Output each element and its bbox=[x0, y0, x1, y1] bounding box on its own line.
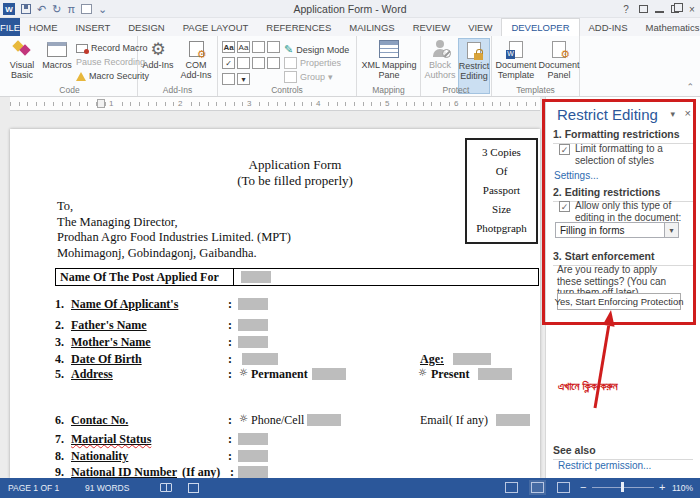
present-label: Present bbox=[431, 367, 469, 382]
form-field[interactable] bbox=[496, 414, 530, 426]
indent-marker[interactable] bbox=[97, 99, 105, 108]
web-layout-icon[interactable] bbox=[557, 482, 570, 493]
group-label-add-ins: Add-Ins bbox=[138, 85, 217, 95]
document-panel-button[interactable]: ⚙ Document Panel bbox=[539, 38, 579, 81]
pause-recording-button: Pause Recording bbox=[76, 57, 145, 67]
ruler-mark-2: 2 bbox=[176, 99, 184, 108]
document-title-line2: (To be filled properly) bbox=[100, 173, 490, 189]
ruler-mark-1: 1 bbox=[107, 99, 115, 108]
form-row-4: 4. Date Of Birth : Age: bbox=[10, 352, 540, 367]
document-title: Application Form (To be filled properly) bbox=[100, 157, 490, 189]
tab-developer[interactable]: DEVELOPER bbox=[501, 18, 579, 36]
word-count[interactable]: 91 WORDS bbox=[85, 483, 129, 493]
form-field[interactable] bbox=[238, 433, 268, 445]
tab-home[interactable]: HOME bbox=[20, 18, 67, 36]
ribbon-display-options-icon[interactable] bbox=[639, 5, 648, 13]
close-icon[interactable]: × bbox=[686, 4, 698, 15]
form-row-2: 2. Father's Name : bbox=[10, 318, 540, 333]
add-ins-button[interactable]: ⚙ Add-Ins bbox=[141, 38, 175, 70]
group-protect: Block Authors Restrict Editing Protect bbox=[421, 36, 492, 96]
form-field[interactable] bbox=[307, 414, 341, 426]
form-field[interactable] bbox=[238, 336, 268, 348]
form-field[interactable] bbox=[312, 368, 346, 380]
minimize-icon[interactable] bbox=[655, 11, 664, 13]
editing-type-dropdown[interactable]: Filling in forms ▾ bbox=[555, 222, 679, 238]
annotation-text: এখানে ক্লিক করুন bbox=[558, 380, 618, 393]
start-enforcing-button[interactable]: Yes, Start Enforcing Protection bbox=[557, 293, 681, 310]
form-field[interactable] bbox=[453, 353, 491, 365]
zoom-out-icon[interactable]: − bbox=[580, 481, 586, 493]
tab-add-ins[interactable]: ADD-INS bbox=[580, 18, 637, 36]
group-label-protect: Protect bbox=[421, 85, 491, 95]
document-template-icon: W bbox=[509, 41, 523, 58]
pane-title: Restrict Editing bbox=[557, 106, 658, 123]
tab-page-layout[interactable]: PAGE LAYOUT bbox=[174, 18, 258, 36]
design-mode-button[interactable]: ✎ Design Mode bbox=[284, 43, 349, 56]
form-field[interactable] bbox=[241, 271, 271, 283]
record-macro-button[interactable]: Record Macro bbox=[76, 43, 148, 53]
macro-recording-icon[interactable] bbox=[188, 483, 199, 493]
zoom-in-icon[interactable]: + bbox=[659, 481, 665, 493]
tab-design[interactable]: DESIGN bbox=[119, 18, 173, 36]
collapse-ribbon-icon[interactable]: ⌃ bbox=[686, 82, 694, 92]
document-template-button[interactable]: W Document Template bbox=[494, 38, 538, 81]
picture-control-icon[interactable] bbox=[252, 41, 265, 53]
document-page[interactable]: Application Form (To be filled properly)… bbox=[10, 129, 540, 478]
rich-text-control-icon[interactable]: Aa bbox=[222, 41, 235, 53]
checkbox-control-icon[interactable]: ✓ bbox=[222, 57, 235, 69]
date-picker-control-icon[interactable] bbox=[267, 57, 280, 69]
dropdown-arrow-icon[interactable]: ▾ bbox=[664, 223, 678, 237]
form-field[interactable] bbox=[478, 368, 512, 380]
com-add-ins-button[interactable]: ⚙ COM Add-Ins bbox=[178, 38, 214, 81]
xml-mapping-pane-button[interactable]: XML Mapping Pane bbox=[361, 38, 417, 81]
pane-close-icon[interactable]: × bbox=[685, 107, 691, 119]
zoom-slider-handle[interactable] bbox=[621, 482, 624, 492]
form-row-9: 9. National ID Number (If any) : bbox=[10, 465, 540, 478]
phone-cell-label: Phone/Cell bbox=[251, 413, 304, 428]
restrict-editing-pane: Restrict Editing ▾ × 1. Formatting restr… bbox=[545, 97, 700, 478]
tab-references[interactable]: REFERENCES bbox=[257, 18, 340, 36]
repeating-section-control-icon[interactable] bbox=[222, 73, 235, 85]
visual-basic-button[interactable]: Visual Basic bbox=[4, 38, 40, 81]
tab-mathematics[interactable]: Mathematics bbox=[637, 18, 700, 36]
read-mode-icon[interactable] bbox=[505, 482, 518, 493]
tab-mailings[interactable]: MAILINGS bbox=[340, 18, 403, 36]
formatting-restrictions-heading: 1. Formatting restrictions bbox=[553, 128, 693, 144]
controls-row-2: ✓ bbox=[222, 57, 280, 69]
dropdown-list-control-icon[interactable] bbox=[252, 57, 265, 69]
print-layout-icon[interactable] bbox=[531, 482, 544, 493]
help-icon[interactable]: ? bbox=[620, 4, 632, 15]
form-field[interactable] bbox=[238, 319, 268, 331]
form-field[interactable] bbox=[238, 298, 268, 310]
form-field[interactable] bbox=[238, 466, 268, 478]
form-field[interactable] bbox=[242, 353, 278, 365]
macros-button[interactable]: Macros bbox=[42, 38, 72, 70]
combo-box-control-icon[interactable] bbox=[237, 57, 250, 69]
status-bar: PAGE 1 OF 1 91 WORDS − + 110% bbox=[0, 478, 700, 498]
tab-view[interactable]: VIEW bbox=[459, 18, 501, 36]
horizontal-ruler[interactable]: 1 2 3 4 5 6 bbox=[10, 97, 540, 111]
add-ins-icon: ⚙ bbox=[150, 41, 165, 58]
tab-insert[interactable]: INSERT bbox=[67, 18, 120, 36]
proofing-errors-icon[interactable] bbox=[160, 483, 172, 492]
restrict-permission-link[interactable]: Restrict permission... bbox=[558, 460, 651, 471]
plain-text-control-icon[interactable]: Aa bbox=[237, 41, 250, 53]
zoom-level[interactable]: 110% bbox=[672, 483, 693, 493]
ruler-mark-6: 6 bbox=[452, 99, 460, 108]
document-panel-icon: ⚙ bbox=[552, 41, 566, 58]
properties-icon bbox=[284, 57, 297, 69]
settings-link[interactable]: Settings... bbox=[554, 170, 598, 181]
limit-formatting-checkbox[interactable]: ✓ bbox=[559, 144, 570, 155]
group-add-ins: ⚙ Add-Ins ⚙ COM Add-Ins Add-Ins bbox=[138, 36, 218, 96]
pane-menu-icon[interactable]: ▾ bbox=[670, 109, 675, 119]
if-any-suffix: (If any) bbox=[182, 465, 220, 478]
tab-review[interactable]: REVIEW bbox=[404, 18, 459, 36]
form-field[interactable] bbox=[238, 450, 268, 462]
allow-editing-checkbox[interactable]: ✓ bbox=[559, 201, 570, 212]
properties-button: Properties bbox=[284, 57, 341, 69]
legacy-tools-icon[interactable]: ▾ bbox=[237, 73, 250, 85]
page-indicator[interactable]: PAGE 1 OF 1 bbox=[8, 483, 59, 493]
building-block-control-icon[interactable] bbox=[267, 41, 280, 53]
tab-file[interactable]: FILE bbox=[0, 18, 20, 36]
restore-icon[interactable] bbox=[671, 5, 679, 13]
